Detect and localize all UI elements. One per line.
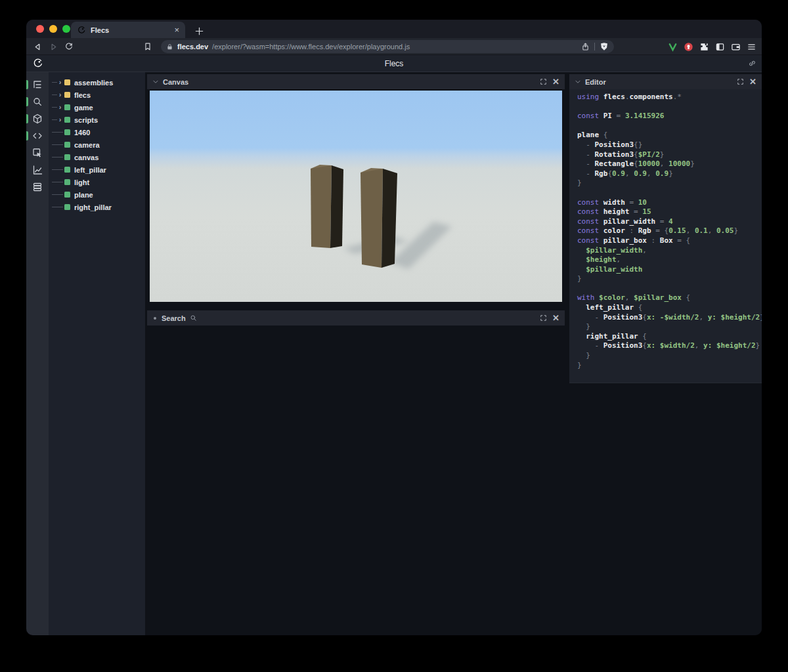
expand-chevron-icon[interactable]: › [57,116,63,123]
back-button[interactable] [31,40,44,53]
tree-item-label: right_pillar [74,203,112,211]
url-domain: flecs.dev [177,43,208,51]
canvas-panel: Canvas ✕ [147,74,565,302]
bookmark-icon [143,42,152,51]
tree-item-game[interactable]: ›game [49,101,145,114]
code-line: - Position3{x: $width/2, y: $height/2} [577,341,762,351]
entity-kind-icon [64,154,70,160]
fullscreen-icon[interactable] [540,78,547,85]
inspect-icon [32,148,43,158]
code-line: } [577,351,762,361]
fullscreen-icon[interactable] [737,78,744,85]
divider [594,43,595,51]
extensions-row [668,40,756,53]
menu-icon[interactable] [747,42,756,52]
wallet-icon[interactable] [731,42,741,52]
sidebar-tool-data[interactable] [26,178,49,196]
sidebar-toggle-icon[interactable] [715,42,725,52]
code-line: plane { [577,131,762,140]
tab-title: Flecs [91,26,169,34]
canvas-panel-header[interactable]: Canvas ✕ [147,74,565,89]
editor-panel-header[interactable]: Editor ✕ [569,74,762,89]
entity-kind-icon [64,192,70,198]
tree-item-scripts[interactable]: ›scripts [49,114,145,126]
flecs-favicon-icon [77,26,86,35]
code-line: } [577,322,762,332]
tree-guide [52,119,57,120]
tree-item-label: scripts [74,116,98,124]
search-panel-header[interactable]: Search ✕ [147,310,565,326]
code-line [577,102,762,112]
data-icon [32,182,43,192]
tree-item-plane[interactable]: plane [49,188,145,201]
expand-chevron-icon[interactable]: › [57,91,63,98]
tree-item-flecs[interactable]: ›flecs [49,89,145,101]
close-window-button[interactable] [36,25,44,33]
collapse-chevron-icon[interactable] [152,79,159,85]
entity-kind-icon [64,79,70,85]
v-extension-icon[interactable] [668,42,678,52]
code-line: const height = 15 [577,207,762,217]
browser-tab-flecs[interactable]: Flecs × [71,22,185,38]
address-bar[interactable]: flecs.dev /explorer/?wasm=https://www.fl… [161,40,614,53]
new-tab-button[interactable] [194,26,204,36]
url-path: /explorer/?wasm=https://www.flecs.dev/ex… [212,43,577,51]
collapse-chevron-icon[interactable] [575,79,581,85]
reload-button[interactable] [62,40,76,53]
entities-icon [32,114,43,124]
tree-item-camera[interactable]: camera [49,138,145,151]
close-panel-icon[interactable]: ✕ [552,314,559,322]
3d-viewport[interactable] [150,91,562,302]
code-line: $pillar_width, [577,246,762,256]
brave-shield-icon[interactable] [600,42,609,51]
editor-panel-title: Editor [585,78,606,86]
code-line: - Position3{} [577,140,762,150]
code-line: const pillar_width = 4 [577,217,762,227]
expand-chevron-icon[interactable]: › [57,79,63,86]
tree-item-label: 1460 [74,129,90,136]
editor-column: Editor ✕ using flecs.components.* const … [569,72,762,635]
forward-button[interactable] [47,40,60,53]
active-indicator [26,131,28,140]
search-panel-title: Search [162,314,186,322]
code-line [577,121,762,131]
share-icon[interactable] [581,43,590,51]
close-tab-icon[interactable]: × [174,26,179,34]
active-indicator [26,97,28,106]
code-line: - Position3{x: -$width/2, y: $height/2} [577,313,762,323]
sidebar-tool-stats[interactable] [26,161,49,178]
tree-item-light[interactable]: light [49,176,145,188]
code-line: left_pillar { [577,303,762,313]
close-panel-icon[interactable]: ✕ [552,77,559,86]
lock-icon [166,43,173,51]
center-area: Canvas ✕ [145,72,569,635]
tree-guide [52,169,63,170]
share-link-icon[interactable] [748,59,756,68]
sidebar-tool-inspect[interactable] [26,144,49,161]
sidebar-tool-search[interactable] [26,93,49,110]
zoom-window-button[interactable] [62,25,70,33]
entity-kind-icon [64,142,70,148]
tree-item-canvas[interactable]: canvas [49,151,145,163]
code-editor[interactable]: using flecs.components.* const PI = 3.14… [569,89,762,383]
minimize-window-button[interactable] [49,25,57,33]
collapsed-indicator[interactable] [154,317,156,320]
tree-item-left_pillar[interactable]: left_pillar [49,163,145,176]
blocker-extension-icon[interactable] [684,42,693,52]
sky-and-ground [150,91,562,302]
puzzle-extension-icon[interactable] [699,42,709,52]
canvas-panel-title: Canvas [163,78,188,86]
sidebar-tool-entities[interactable] [26,110,49,127]
expand-chevron-icon[interactable]: › [57,104,63,111]
entity-kind-icon [64,92,70,98]
bookmark-button[interactable] [141,40,154,53]
tree-item-right_pillar[interactable]: right_pillar [49,201,145,213]
tree-item-assemblies[interactable]: ›assemblies [49,76,145,89]
tree-item-1460[interactable]: 1460 [49,126,145,138]
search-panel: Search ✕ [147,310,565,326]
tree-item-label: assemblies [74,79,113,87]
fullscreen-icon[interactable] [540,314,547,322]
sidebar-tool-entity-tree[interactable] [26,76,49,93]
sidebar-tool-code[interactable] [26,127,49,144]
close-panel-icon[interactable]: ✕ [749,77,756,86]
